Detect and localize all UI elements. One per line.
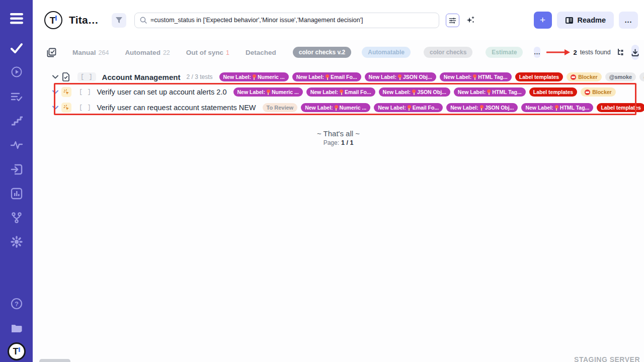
saved-filter-automatable[interactable]: Automatable bbox=[362, 47, 411, 58]
label-pill[interactable]: New Label: Email Fo... bbox=[292, 72, 361, 81]
test-row-1[interactable]: [ ] Verify user can set up account alert… bbox=[33, 85, 644, 99]
end-of-list-text: ~ That's all ~ bbox=[33, 129, 644, 138]
test-labels: To ReviewNew Label: Numeric ...New Label… bbox=[263, 103, 644, 112]
download-button[interactable] bbox=[631, 45, 639, 60]
label-pill[interactable]: Blocker bbox=[567, 72, 602, 81]
label-pill[interactable]: New Label: JSON Obj... bbox=[365, 72, 436, 81]
chevron-down-icon[interactable] bbox=[52, 106, 58, 110]
test-runs-icon[interactable] bbox=[0, 66, 33, 78]
label-pill[interactable]: New Label: JSON Obj... bbox=[446, 103, 518, 112]
bottom-logo[interactable]: T bbox=[0, 342, 33, 360]
pushpin-icon bbox=[555, 105, 558, 111]
reports-icon[interactable] bbox=[0, 187, 33, 200]
sliders-icon bbox=[449, 17, 456, 24]
staging-watermark: STAGING SERVER bbox=[574, 355, 640, 362]
readme-button[interactable]: Readme bbox=[557, 12, 614, 29]
results-label: tests found bbox=[580, 49, 611, 56]
tab-automated[interactable]: Automated22 bbox=[125, 49, 170, 56]
label-pill[interactable]: New Label: JSON Obj... bbox=[379, 87, 450, 97]
label-pill[interactable]: @smoke bbox=[605, 72, 636, 81]
pushpin-icon bbox=[398, 74, 401, 80]
label-pill[interactable]: Label templates bbox=[515, 72, 563, 81]
document-check-icon bbox=[62, 72, 70, 81]
label-pill[interactable]: New Label: Numeric ... bbox=[219, 72, 289, 81]
pushpin-icon bbox=[253, 74, 256, 80]
header-actions: + Readme ... bbox=[534, 12, 644, 29]
manual-click-icon bbox=[61, 103, 71, 113]
label-pill[interactable]: New Label: Numeric ... bbox=[301, 103, 370, 112]
label-pill[interactable]: New Label: HTML Tag... bbox=[521, 103, 593, 112]
saved-filter-estimate[interactable]: Estimate bbox=[486, 47, 523, 58]
sidebar: ? T bbox=[0, 0, 33, 362]
import-icon[interactable] bbox=[0, 163, 33, 176]
svg-text:?: ? bbox=[15, 300, 19, 308]
label-pill[interactable]: New Label: Email Fo... bbox=[374, 103, 443, 112]
chevron-down-icon[interactable] bbox=[52, 90, 58, 94]
label-pill[interactable]: Label templates bbox=[597, 103, 644, 112]
id-brackets: [ ] bbox=[79, 104, 92, 111]
book-icon bbox=[565, 17, 574, 24]
folder-row-account-management[interactable]: [ ] Account Management 2 / 3 tests New L… bbox=[33, 70, 644, 84]
pushpin-icon bbox=[335, 105, 338, 111]
header: T Tita… + Readme ... bbox=[33, 0, 644, 40]
add-button[interactable]: + bbox=[534, 12, 552, 29]
id-brackets: [ ] bbox=[77, 72, 96, 81]
chevron-down-icon[interactable] bbox=[52, 75, 58, 79]
sparkles-icon bbox=[465, 15, 475, 25]
pushpin-icon bbox=[487, 89, 491, 95]
label-pill[interactable]: Label templates bbox=[529, 87, 577, 97]
download-icon bbox=[631, 49, 639, 56]
page-label: Page: bbox=[324, 139, 339, 146]
readme-label: Readme bbox=[578, 16, 606, 24]
hamburger-menu-icon[interactable] bbox=[0, 12, 33, 25]
label-pill[interactable]: Blocker bbox=[581, 87, 616, 97]
tab-manual[interactable]: Manual264 bbox=[72, 49, 109, 56]
help-icon[interactable]: ? bbox=[0, 297, 33, 310]
pushpin-icon bbox=[267, 89, 270, 95]
search-bar bbox=[134, 13, 439, 28]
pushpin-icon bbox=[340, 89, 343, 95]
tree-expand-icon[interactable] bbox=[617, 48, 625, 56]
label-pill[interactable]: New Label: Email Fo... bbox=[306, 87, 375, 97]
filter-funnel-button[interactable] bbox=[112, 13, 126, 28]
ai-sparkles-button[interactable] bbox=[464, 14, 476, 26]
pushpin-icon bbox=[408, 105, 411, 111]
test-row-2[interactable]: [ ] Verify user can request account stat… bbox=[33, 101, 644, 115]
search-settings-button[interactable] bbox=[446, 14, 459, 27]
pushpin-icon bbox=[326, 74, 329, 80]
id-brackets: [ ] bbox=[79, 88, 92, 96]
checklist-icon[interactable] bbox=[0, 90, 33, 103]
page-value: 1 / 1 bbox=[341, 139, 353, 146]
funnel-icon bbox=[115, 17, 123, 24]
test-labels: New Label: Numeric ...New Label: Email F… bbox=[233, 87, 616, 97]
label-pill[interactable]: New Label: Numeric ... bbox=[233, 87, 303, 97]
search-input[interactable] bbox=[150, 17, 434, 24]
no-entry-icon bbox=[571, 74, 576, 80]
pushpin-icon bbox=[412, 89, 416, 95]
horizontal-scrollbar-thumb[interactable] bbox=[39, 359, 70, 362]
activity-icon[interactable] bbox=[0, 139, 33, 151]
label-pill[interactable]: New Label: HTML Tag... bbox=[454, 87, 526, 97]
app-logo[interactable]: T bbox=[44, 11, 62, 29]
folder-name: Account Management bbox=[102, 73, 181, 81]
saved-filter-color-checks[interactable]: color checks bbox=[424, 47, 472, 58]
tab-out-of-sync[interactable]: Out of sync1 bbox=[186, 49, 229, 56]
filter-bar: Manual264 Automated22 Out of sync1 Detac… bbox=[33, 44, 644, 60]
label-pill[interactable]: New Label: HTML Tag... bbox=[440, 72, 512, 81]
folder-labels: New Label: Numeric ...New Label: Email F… bbox=[219, 72, 644, 81]
label-pill[interactable]: @localisation bbox=[639, 72, 644, 81]
filters-more-button[interactable]: ... bbox=[534, 47, 540, 58]
saved-filter-color-checks-v2[interactable]: color checks v.2 bbox=[293, 47, 352, 58]
label-pill[interactable]: To Review bbox=[263, 103, 298, 112]
select-all-icon[interactable] bbox=[47, 48, 56, 57]
folder-meta: 2 / 3 tests bbox=[186, 73, 212, 80]
tab-detached[interactable]: Detached bbox=[246, 49, 276, 56]
projects-folder-icon[interactable] bbox=[0, 321, 33, 334]
tests-icon[interactable] bbox=[0, 42, 33, 54]
settings-gear-icon[interactable] bbox=[0, 235, 33, 248]
app-title: Tita… bbox=[69, 14, 99, 26]
header-more-button[interactable]: ... bbox=[619, 12, 638, 29]
integrations-icon[interactable] bbox=[0, 211, 33, 224]
milestones-icon[interactable] bbox=[0, 115, 33, 127]
annotation-arrow bbox=[546, 49, 571, 56]
